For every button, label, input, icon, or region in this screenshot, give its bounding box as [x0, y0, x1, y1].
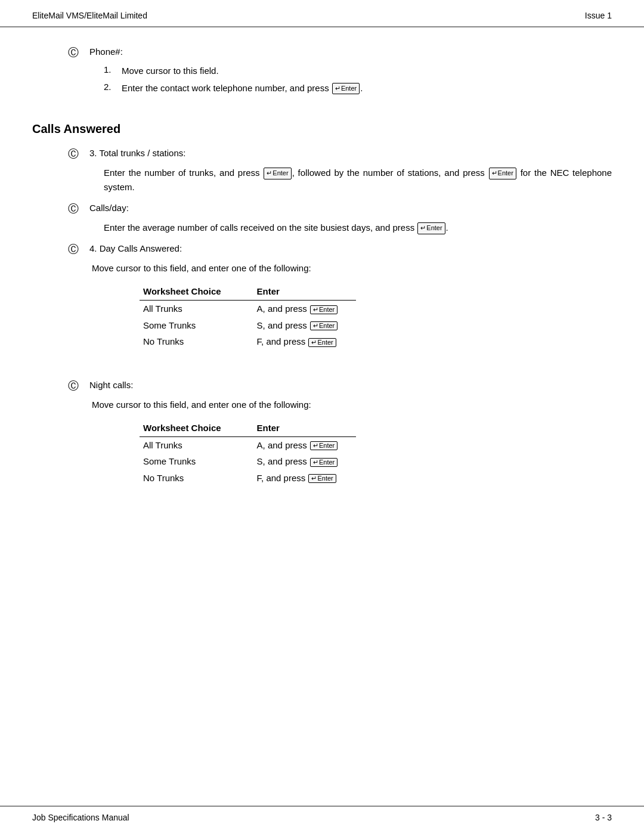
nightcalls-label: Night calls: [89, 379, 612, 392]
night-table-header-enter: Enter [239, 420, 357, 437]
header-issue: Issue 1 [585, 11, 612, 20]
enter-key-night3: Enter [308, 474, 336, 483]
trunks-para: Enter the number of trunks, and press En… [104, 166, 612, 194]
phone-bullet: Ⓒ Phone#: [68, 45, 612, 60]
day-table-row-2: Some Trunks S, and press Enter [140, 317, 356, 334]
night-calls-table: Worksheet Choice Enter All Trunks A, and… [140, 420, 356, 487]
trunks-bullet: Ⓒ 3. Total trunks / stations: [68, 147, 612, 161]
phone-label: Phone#: [89, 45, 612, 59]
phone-step-2: 2. Enter the contact work telephone numb… [104, 82, 612, 95]
day-table-header-enter: Enter [239, 284, 357, 301]
circle-c-icon: Ⓒ [68, 45, 79, 60]
page-content: Ⓒ Phone#: 1. Move cursor to this field. … [0, 27, 644, 546]
circle-c-icon-2: Ⓒ [68, 202, 79, 216]
day-table-header-choice: Worksheet Choice [140, 284, 239, 301]
calls-answered-heading: Calls Answered [32, 122, 612, 136]
phone-step-1: 1. Move cursor to this field. [104, 64, 612, 78]
daycalls-move-cursor: Move cursor to this field, and enter one… [92, 261, 612, 275]
enter-key-callsday: Enter [417, 222, 445, 234]
circle-c-icon-4: Ⓒ [68, 379, 79, 393]
step-1-number: 1. [104, 64, 122, 75]
night-table-header-choice: Worksheet Choice [140, 420, 239, 437]
enter-key-day1: Enter [310, 305, 338, 314]
enter-key-trunks1: Enter [264, 168, 291, 179]
nightcalls-move-cursor: Move cursor to this field, and enter one… [92, 398, 612, 412]
night-choice-3: No Trunks [140, 470, 239, 487]
night-enter-3: F, and press Enter [239, 470, 357, 487]
footer-page: 3 - 3 [595, 813, 612, 822]
night-table-row-2: Some Trunks S, and press Enter [140, 453, 356, 470]
night-enter-2: S, and press Enter [239, 453, 357, 470]
page-header: EliteMail VMS/EliteMail Limited Issue 1 [0, 0, 644, 27]
day-enter-2: S, and press Enter [239, 317, 357, 334]
page-footer: Job Specifications Manual 3 - 3 [0, 806, 644, 833]
night-table-row-3: No Trunks F, and press Enter [140, 470, 356, 487]
day-enter-3: F, and press Enter [239, 333, 357, 350]
step-2-text: Enter the contact work telephone number,… [122, 82, 363, 95]
circle-c-icon-3: Ⓒ [68, 242, 79, 256]
callsday-para: Enter the average number of calls receiv… [104, 221, 612, 235]
day-enter-1: A, and press Enter [239, 301, 357, 317]
enter-key-night1: Enter [310, 441, 338, 450]
header-title: EliteMail VMS/EliteMail Limited [32, 11, 147, 20]
enter-key-day3: Enter [308, 338, 336, 347]
daycalls-label: 4. Day Calls Answered: [89, 242, 612, 256]
day-table-row-1: All Trunks A, and press Enter [140, 301, 356, 317]
night-choice-2: Some Trunks [140, 453, 239, 470]
enter-key-day2: Enter [310, 321, 338, 330]
nightcalls-bullet: Ⓒ Night calls: [68, 379, 612, 393]
circle-c-icon-1: Ⓒ [68, 147, 79, 161]
day-calls-table: Worksheet Choice Enter All Trunks A, and… [140, 284, 356, 350]
day-table-row-3: No Trunks F, and press Enter [140, 333, 356, 350]
daycalls-bullet: Ⓒ 4. Day Calls Answered: [68, 242, 612, 256]
enter-key-trunks2: Enter [489, 168, 516, 179]
step-2-number: 2. [104, 82, 122, 92]
day-choice-3: No Trunks [140, 333, 239, 350]
day-choice-2: Some Trunks [140, 317, 239, 334]
trunks-label: 3. Total trunks / stations: [89, 147, 612, 160]
night-table-row-1: All Trunks A, and press Enter [140, 436, 356, 453]
callsday-bullet: Ⓒ Calls/day: [68, 202, 612, 216]
enter-key-badge: Enter [332, 83, 360, 94]
enter-key-night2: Enter [310, 458, 338, 467]
day-choice-1: All Trunks [140, 301, 239, 317]
night-enter-1: A, and press Enter [239, 436, 357, 453]
callsday-label: Calls/day: [89, 202, 612, 215]
footer-manual: Job Specifications Manual [32, 813, 129, 822]
step-1-text: Move cursor to this field. [122, 64, 219, 78]
night-choice-1: All Trunks [140, 436, 239, 453]
